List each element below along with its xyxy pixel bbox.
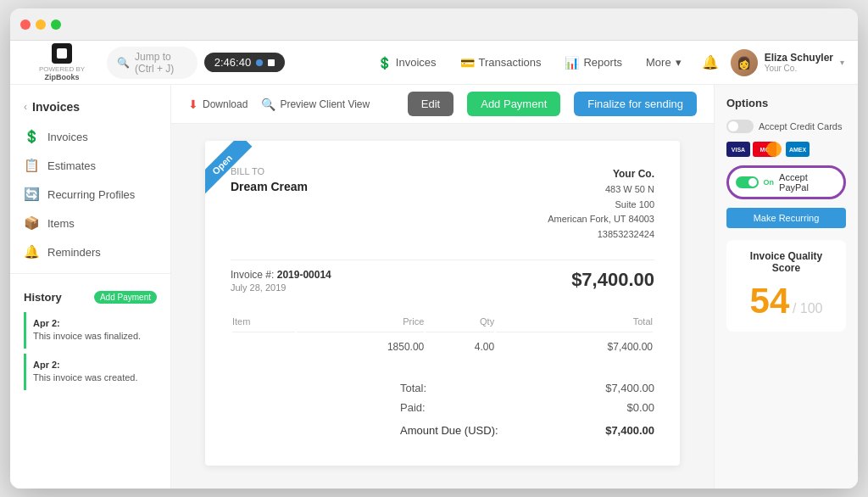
download-icon: ⬇: [188, 98, 198, 111]
estimates-sidebar-icon: 📋: [24, 158, 39, 173]
history-text-2: This invoice was created.: [33, 371, 138, 384]
brand-name: ZipBooks: [44, 73, 79, 81]
top-navigation: POWERED BY ZipBooks 🔍 Jump to (Ctrl + J)…: [10, 41, 858, 85]
nav-reports-label: Reports: [583, 56, 622, 69]
total-row: Total: $7,400.00: [400, 378, 654, 398]
download-label: Download: [203, 98, 248, 110]
company-address2: Suite 100: [548, 198, 654, 213]
company-address1: 483 W 50 N: [548, 182, 654, 198]
app-window: POWERED BY ZipBooks 🔍 Jump to (Ctrl + J)…: [10, 8, 858, 489]
close-button[interactable]: [20, 20, 31, 30]
timer-stop-icon: [268, 59, 275, 66]
minimize-button[interactable]: [36, 20, 46, 30]
open-ribbon-label: Open: [205, 141, 252, 194]
user-chevron-icon: ▾: [840, 58, 844, 67]
titlebar: [10, 8, 858, 41]
recurring-sidebar-icon: 🔄: [24, 187, 39, 202]
timer-display[interactable]: 2:46:40: [204, 53, 285, 72]
history-section: History Add Payment Apr 2: This invoice …: [10, 281, 170, 405]
paid-value: $0.00: [626, 401, 654, 414]
accept-paypal-toggle[interactable]: [736, 176, 759, 188]
chevron-down-icon: ▾: [676, 56, 682, 69]
nav-reports[interactable]: 📊 Reports: [556, 51, 631, 75]
nav-transactions-label: Transactions: [479, 56, 542, 69]
invoice-paper: Open BILL TO Dream Cream Your Co. 483 W …: [205, 141, 680, 466]
user-info: Eliza Schuyler Your Co.: [765, 52, 833, 73]
maximize-button[interactable]: [51, 20, 61, 30]
reports-icon: 📊: [565, 56, 579, 70]
traffic-lights: [20, 20, 61, 30]
history-entry-2: Apr 2: This invoice was created.: [24, 354, 157, 390]
logo-area: POWERED BY ZipBooks: [24, 43, 100, 81]
invoice-content: Open BILL TO Dream Cream Your Co. 483 W …: [171, 124, 714, 489]
sidebar-header[interactable]: ‹ Invoices: [10, 95, 170, 122]
score-number: 54: [750, 281, 790, 321]
mastercard-logo: MC: [753, 142, 776, 157]
row-qty: 4.00: [426, 334, 494, 360]
user-name: Eliza Schuyler: [765, 52, 833, 64]
invoice-amount: $7,400.00: [571, 269, 654, 291]
company-address3: American Fork, UT 84003: [548, 212, 654, 227]
nav-invoices[interactable]: 💲 Invoices: [369, 51, 445, 75]
search-icon: 🔍: [117, 57, 130, 69]
mc-circle: [766, 142, 782, 157]
score-total: / 100: [793, 301, 823, 316]
sidebar-item-items[interactable]: 📦 Items: [10, 209, 170, 237]
col-price: Price: [297, 311, 424, 332]
invoices-sidebar-icon: 💲: [24, 129, 39, 144]
invoice-date: July 28, 2019: [231, 282, 331, 293]
history-add-payment-button[interactable]: Add Payment: [94, 291, 157, 304]
preview-icon: 🔍: [261, 98, 275, 111]
bell-icon: 🔔: [702, 54, 719, 70]
invoice-toolbar: ⬇ Download 🔍 Preview Client View Edit Ad…: [171, 85, 714, 124]
accept-cc-toggle[interactable]: [726, 120, 754, 133]
row-item: [232, 334, 295, 360]
paid-row: Paid: $0.00: [400, 398, 654, 417]
col-total: Total: [496, 311, 653, 332]
invoice-totals: Total: $7,400.00 Paid: $0.00 Amount Due …: [400, 378, 654, 440]
finalize-button[interactable]: Finalize for sending: [574, 92, 697, 116]
sidebar-divider: [10, 273, 170, 274]
make-recurring-button[interactable]: Make Recurring: [726, 208, 846, 228]
total-label: Total:: [400, 382, 426, 394]
avatar: 👩: [731, 49, 758, 76]
sidebar-title: Invoices: [32, 100, 80, 114]
accept-paypal-label: Accept PayPal: [779, 172, 837, 193]
main-layout: ‹ Invoices 💲 Invoices 📋 Estimates 🔄 Recu…: [10, 85, 858, 489]
col-qty: Qty: [426, 311, 494, 332]
nav-more[interactable]: More ▾: [637, 51, 690, 74]
timer-time: 2:46:40: [214, 56, 251, 69]
sidebar-item-invoices-label: Invoices: [47, 131, 88, 143]
open-ribbon: Open: [205, 141, 273, 209]
add-payment-button[interactable]: Add Payment: [467, 92, 560, 116]
user-menu[interactable]: 👩 Eliza Schuyler Your Co. ▾: [731, 49, 844, 76]
sidebar-item-recurring-label: Recurring Profiles: [47, 188, 135, 201]
sidebar-item-invoices[interactable]: 💲 Invoices: [10, 122, 170, 151]
invoice-area: ⬇ Download 🔍 Preview Client View Edit Ad…: [171, 85, 714, 489]
preview-button[interactable]: 🔍 Preview Client View: [261, 98, 370, 111]
invoice-number: Invoice #: 2019-00014: [231, 269, 331, 281]
paypal-on-label: On: [764, 178, 775, 187]
history-entry-1-content: Apr 2: This invoice was finalized.: [33, 317, 141, 343]
preview-label: Preview Client View: [280, 98, 370, 110]
sidebar-item-recurring-profiles[interactable]: 🔄 Recurring Profiles: [10, 180, 170, 209]
accept-paypal-row[interactable]: On Accept PayPal: [726, 165, 846, 199]
sidebar-item-estimates[interactable]: 📋 Estimates: [10, 151, 170, 180]
company-name: Your Co.: [548, 166, 654, 182]
accept-cc-label: Accept Credit Cards: [759, 121, 842, 131]
download-button[interactable]: ⬇ Download: [188, 98, 248, 111]
bill-to-row: BILL TO Dream Cream Your Co. 483 W 50 N …: [231, 166, 654, 243]
history-header: History Add Payment: [24, 291, 157, 304]
search-bar[interactable]: 🔍 Jump to (Ctrl + J): [107, 47, 198, 79]
sidebar-item-reminders[interactable]: 🔔 Reminders: [10, 237, 170, 266]
notifications-button[interactable]: 🔔: [697, 49, 724, 76]
edit-button[interactable]: Edit: [408, 92, 453, 116]
company-phone: 13853232424: [548, 227, 654, 243]
invoice-table: Item Price Qty Total 1850.00 4.00: [231, 310, 654, 361]
invoices-icon: 💲: [377, 56, 392, 70]
items-sidebar-icon: 📦: [24, 215, 39, 231]
row-total: $7,400.00: [496, 334, 653, 360]
invoice-number-label: Invoice #:: [231, 269, 274, 281]
nav-transactions[interactable]: 💳 Transactions: [452, 51, 550, 75]
sidebar: ‹ Invoices 💲 Invoices 📋 Estimates 🔄 Recu…: [10, 85, 171, 489]
